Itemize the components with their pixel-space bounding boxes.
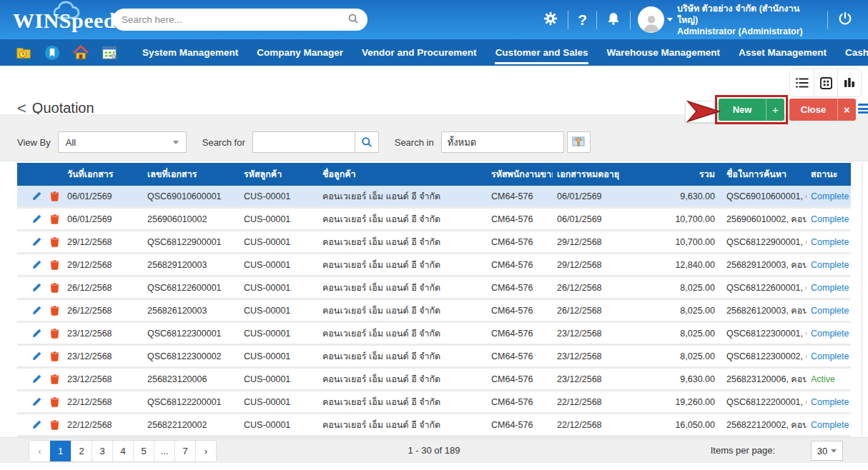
nav-item[interactable]: Warehouse Management [597, 39, 729, 66]
cell-status[interactable]: Complete [807, 329, 851, 339]
edit-icon[interactable] [31, 397, 41, 407]
column-header[interactable]: สถานะ [807, 167, 851, 181]
table-row[interactable]: 23/12/2568 QSC68122300001 CUS-00001 คอนเ… [17, 323, 851, 346]
table-row[interactable]: 23/12/2568 256823120006 CUS-00001 คอนเวเ… [17, 369, 851, 391]
settings-button[interactable] [533, 0, 568, 39]
calendar-icon[interactable] [102, 45, 117, 61]
nav-item[interactable]: Cash Management [836, 39, 868, 66]
grid-view-button[interactable] [814, 69, 837, 96]
global-search-input[interactable] [122, 14, 347, 25]
delete-icon[interactable] [50, 374, 59, 384]
delete-icon[interactable] [50, 419, 59, 430]
edit-icon[interactable] [31, 306, 41, 316]
delete-icon[interactable] [50, 351, 59, 361]
page-button[interactable]: 4 [112, 441, 133, 461]
recent-documents-icon[interactable] [16, 45, 31, 61]
search-button[interactable] [355, 131, 379, 153]
column-header[interactable]: รหัสพนักงานขาย [481, 167, 553, 181]
page-button[interactable]: 1 [50, 441, 71, 461]
search-icon[interactable] [347, 13, 359, 27]
search-for-input[interactable] [252, 131, 355, 153]
edit-icon[interactable] [31, 191, 41, 201]
table-row[interactable]: 26/12/2568 256826120003 CUS-00001 คอนเวเ… [17, 300, 851, 323]
table-row[interactable]: 29/12/2568 256829120003 CUS-00001 คอนเวเ… [17, 254, 851, 277]
cell-status[interactable]: Complete [807, 237, 851, 247]
nav-item[interactable]: Vendor and Procurement [352, 39, 486, 66]
column-header[interactable]: ชื่อในการค้นหา [722, 167, 807, 181]
logout-button[interactable] [828, 0, 862, 39]
table-row[interactable]: 29/12/2568 QSC68122900001 CUS-00001 คอนเ… [17, 231, 851, 254]
nav-item[interactable]: Asset Management [729, 39, 836, 66]
prev-page-button[interactable]: ‹ [29, 441, 50, 461]
new-button[interactable]: New + [719, 99, 784, 121]
column-header[interactable]: วันที่เอกสาร [63, 167, 143, 181]
delete-icon[interactable] [50, 236, 59, 247]
close-button[interactable]: Close × [789, 99, 856, 121]
filter-columns-button[interactable] [567, 131, 591, 153]
column-header[interactable]: รวม [628, 167, 722, 181]
plus-icon[interactable]: + [766, 104, 784, 116]
table-row[interactable]: 06/01/2569 QSC69010600001 CUS-00001 คอนเ… [17, 186, 851, 209]
edit-icon[interactable] [31, 260, 41, 270]
edit-icon[interactable] [31, 420, 41, 430]
delete-icon[interactable] [50, 305, 59, 316]
edit-icon[interactable] [31, 214, 41, 224]
cell-status[interactable]: Active [807, 374, 851, 384]
cell-status[interactable]: Complete [807, 420, 851, 430]
delete-icon[interactable] [50, 396, 59, 407]
column-header[interactable]: เอกสารหมดอายุ [553, 167, 628, 181]
page-button[interactable]: ... [154, 441, 174, 461]
column-header[interactable]: รหัสลูกค้า [240, 167, 318, 181]
page-button[interactable]: 5 [133, 441, 154, 461]
table-row[interactable]: 26/12/2568 QSC68122600001 CUS-00001 คอนเ… [17, 277, 851, 300]
page-button[interactable]: 7 [174, 441, 195, 461]
cell-expire-date: 29/12/2568 [553, 260, 628, 270]
table-row[interactable]: 22/12/2568 QSC68122200001 CUS-00001 คอนเ… [17, 391, 851, 414]
edit-icon[interactable] [31, 237, 41, 247]
next-page-button[interactable]: › [195, 441, 216, 461]
delete-icon[interactable] [50, 214, 59, 224]
user-menu[interactable]: บริษัท ตัวอย่าง จำกัด (สำนักงานใหญ่) Adm… [631, 3, 827, 37]
cell-date: 23/12/2568 [63, 374, 143, 384]
page-button[interactable]: 2 [71, 441, 92, 461]
delete-icon[interactable] [50, 259, 59, 270]
menu-icon[interactable] [858, 104, 868, 114]
cell-status[interactable]: Complete [807, 283, 851, 293]
close-x-icon[interactable]: × [838, 104, 856, 116]
cell-status[interactable]: Complete [807, 397, 851, 407]
winspeed-logo[interactable]: WINSpeed [13, 0, 109, 39]
cell-status[interactable]: Complete [807, 306, 851, 316]
delete-icon[interactable] [50, 282, 59, 293]
bookmark-icon[interactable] [44, 45, 60, 61]
back-button[interactable]: < [17, 101, 26, 116]
pagination-pages: 12345...7 [50, 441, 195, 461]
cell-status[interactable]: Complete [807, 214, 851, 224]
delete-icon[interactable] [50, 191, 59, 201]
chart-view-button[interactable] [837, 69, 861, 96]
delete-icon[interactable] [50, 328, 59, 339]
column-header[interactable]: ชื่อลูกค้า [318, 167, 481, 181]
nav-item[interactable]: System Management [133, 39, 247, 66]
page-button[interactable]: 3 [92, 441, 112, 461]
edit-icon[interactable] [31, 283, 41, 293]
list-view-button[interactable] [790, 69, 814, 96]
nav-item[interactable]: Company Manager [247, 39, 352, 66]
view-by-select[interactable]: All [58, 131, 187, 153]
cell-status[interactable]: Complete [807, 191, 851, 201]
table-row[interactable]: 22/12/2568 256822120002 CUS-00001 คอนเวเ… [17, 414, 851, 437]
edit-icon[interactable] [31, 329, 41, 339]
global-search[interactable] [113, 9, 368, 31]
home-icon[interactable] [73, 45, 89, 61]
items-per-page-select[interactable]: 30 [811, 441, 843, 461]
cell-status[interactable]: Complete [807, 260, 851, 270]
help-button[interactable]: ? [568, 0, 596, 39]
table-row[interactable]: 06/01/2569 256906010002 CUS-00001 คอนเวเ… [17, 209, 851, 231]
nav-item[interactable]: Customer and Sales [486, 39, 598, 66]
edit-icon[interactable] [31, 374, 41, 384]
cell-status[interactable]: Complete [807, 351, 851, 361]
notifications-button[interactable] [597, 0, 630, 39]
column-header[interactable]: เลขที่เอกสาร [143, 167, 240, 181]
edit-icon[interactable] [31, 351, 41, 361]
search-in-input[interactable] [441, 131, 564, 153]
table-row[interactable]: 23/12/2568 QSC68122300002 CUS-00001 คอนเ… [17, 346, 851, 369]
